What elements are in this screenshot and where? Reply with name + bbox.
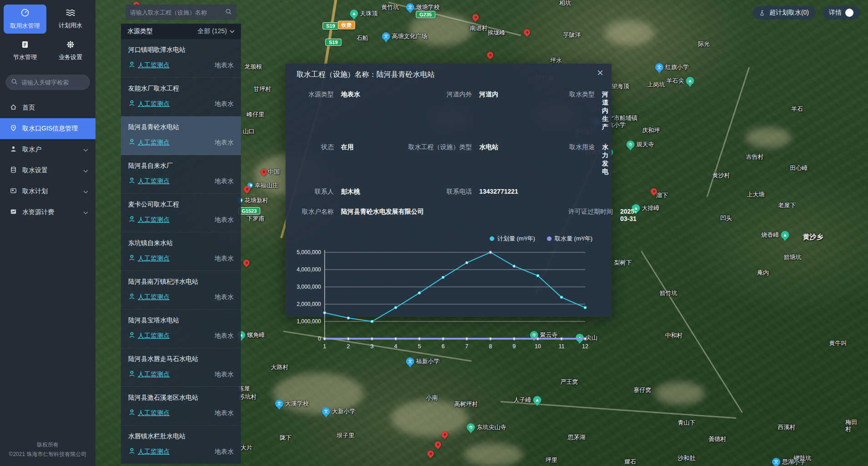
station-list-item[interactable]: 友能水厂取水工程 人工监测点 地表水 bbox=[121, 78, 241, 116]
monitor-type-link[interactable]: 人工监测点 bbox=[128, 293, 170, 301]
map-label-text: 黄沙村 bbox=[712, 172, 730, 179]
map-label-text: 中国 bbox=[268, 169, 280, 175]
station-list-item[interactable]: 陆河县南万镇杞洋水电站 人工监测点 地表水 bbox=[121, 271, 241, 310]
station-name: 水唇镇水栏肚水电站 bbox=[128, 432, 234, 441]
detail-field: 河道内外 河道内 bbox=[404, 90, 545, 131]
svg-text:11: 11 bbox=[558, 343, 564, 350]
station-name: 麦卡公司取水工程 bbox=[128, 200, 234, 209]
station-list-item[interactable]: 麦卡公司取水工程 人工监测点 地表水 bbox=[121, 194, 241, 232]
map-label-text: 挨垅峰 bbox=[488, 30, 506, 36]
sidebar-search[interactable] bbox=[5, 75, 90, 90]
map-label: 烧香嶂▲ bbox=[762, 231, 789, 239]
sidebar-item[interactable]: 取水设置 bbox=[0, 160, 95, 181]
monitor-type-link[interactable]: 人工监测点 bbox=[128, 215, 170, 224]
map-label-text: 田心嶂 bbox=[790, 165, 808, 172]
field-value: 河道内生产 bbox=[602, 90, 608, 131]
map-label: 石船 bbox=[356, 35, 368, 42]
station-list-item[interactable]: 陆河县激石溪老区水电站 人工监测点 地表水 bbox=[121, 387, 241, 426]
svg-text:4,000,000: 4,000,000 bbox=[297, 266, 321, 273]
map-label: 严王窝 bbox=[561, 379, 578, 386]
filter-dropdown[interactable]: 全部 (125) bbox=[197, 27, 235, 35]
map-label: 黄沙乡 bbox=[803, 233, 823, 241]
map-label-text: 大排嶂 bbox=[642, 205, 660, 212]
map-label-text: 中和村 bbox=[665, 332, 683, 339]
monitor-type-link[interactable]: 人工监测点 bbox=[128, 447, 170, 456]
toggle-knob[interactable] bbox=[845, 9, 853, 17]
monitor-type-link[interactable]: 人工监测点 bbox=[128, 370, 170, 379]
monitor-type-link[interactable]: 人工监测点 bbox=[128, 100, 170, 108]
line-chart: 01,000,0002,000,0003,000,0004,000,0005,0… bbox=[292, 245, 601, 362]
monitor-type-link[interactable]: 人工监测点 bbox=[128, 331, 170, 340]
person-icon bbox=[128, 100, 135, 108]
map-label-text: 望海顶 bbox=[612, 83, 629, 90]
station-list-item[interactable]: 陆河县自来水厂 人工监测点 地表水 bbox=[121, 155, 241, 194]
water-source-type: 地表水 bbox=[215, 61, 234, 70]
map-label: 芋陂洋 bbox=[563, 32, 581, 39]
station-list-item[interactable]: 陆河县青砼水电站 人工监测点 地表水 bbox=[121, 116, 241, 155]
module-4[interactable]: 业务设置 bbox=[49, 36, 92, 65]
svg-text:4: 4 bbox=[394, 343, 397, 350]
monitor-type-link[interactable]: 人工监测点 bbox=[128, 409, 170, 417]
monitor-type-link[interactable]: 人工监测点 bbox=[128, 61, 170, 70]
school-icon: 文 bbox=[322, 407, 330, 416]
road-badge: G1523 bbox=[238, 207, 260, 215]
map-label-text: 严王窝 bbox=[561, 379, 578, 386]
svg-text:6: 6 bbox=[442, 343, 445, 350]
sidebar-nav: 首页 取水口GIS信息管理 取水户 取水设置 取水计划 水资源计费 bbox=[0, 97, 95, 223]
monitor-type-link[interactable]: 人工监测点 bbox=[128, 254, 170, 263]
search-icon[interactable] bbox=[225, 8, 232, 17]
legend-item[interactable]: 取水量 (m³/年) bbox=[547, 235, 592, 243]
legend-item[interactable]: 计划量 (m³/年) bbox=[490, 235, 535, 243]
module-3[interactable]: 节水管理 bbox=[4, 36, 46, 65]
station-search[interactable] bbox=[125, 5, 236, 20]
map-label: ▲天珠顶 bbox=[350, 10, 378, 18]
module-label: 节水管理 bbox=[13, 53, 37, 61]
map-label-text: 羊石尖 bbox=[667, 78, 684, 85]
over-plan-label: 超计划取水(0) bbox=[769, 9, 809, 17]
map-label-text: 大路村 bbox=[271, 364, 289, 371]
map-label-text: 南进村 bbox=[470, 25, 488, 32]
nav-label: 取水户 bbox=[22, 145, 41, 154]
school-icon: 文 bbox=[772, 458, 780, 466]
over-plan-button[interactable]: 超计划取水(0) bbox=[753, 6, 815, 20]
map-label: 吉告村 bbox=[746, 154, 764, 160]
person-icon bbox=[128, 409, 135, 417]
map-label: 寺东坑尖山寺 bbox=[467, 423, 507, 431]
sidebar-item[interactable]: 首页 bbox=[0, 97, 95, 118]
station-search-input[interactable] bbox=[130, 9, 221, 16]
station-name: 河口镇唱歌潭水电站 bbox=[128, 46, 234, 54]
station-list-item[interactable]: 河口镇唱歌潭水电站 人工监测点 地表水 bbox=[121, 39, 241, 78]
map-label-text: 际光 bbox=[698, 41, 710, 48]
station-list-item[interactable]: 东坑镇自来水站 人工监测点 地表水 bbox=[121, 232, 241, 271]
sidebar-item[interactable]: 取水计划 bbox=[0, 181, 95, 202]
map-label: ▲螺角嶂 bbox=[237, 331, 265, 339]
monitor-type-link[interactable]: 人工监测点 bbox=[128, 138, 170, 147]
module-2[interactable]: 计划用水 bbox=[49, 5, 92, 34]
map-label-text: 天珠顶 bbox=[360, 10, 378, 17]
water-source-type: 地表水 bbox=[215, 100, 234, 108]
station-list-item[interactable]: 陆河县宝塔水电站 人工监测点 地表水 bbox=[121, 310, 241, 348]
source-type-filter: 水源类型 全部 (125) bbox=[121, 24, 241, 39]
module-1[interactable]: 取用水管理 bbox=[4, 5, 46, 34]
station-list-item[interactable]: 陆河县水唇走马石水电站 人工监测点 地表水 bbox=[121, 348, 241, 387]
station-panel: 水源类型 全部 (125) 河口镇唱歌潭水电站 人工监测点 地表水 友能水厂取水… bbox=[121, 0, 241, 466]
map-label: 坪里 bbox=[546, 457, 557, 464]
nav-label: 取水计划 bbox=[22, 187, 48, 195]
map-label-text: 墩塘学校 bbox=[416, 4, 440, 11]
sidebar-search-input[interactable] bbox=[21, 79, 85, 86]
sidebar-item[interactable]: 取水户 bbox=[0, 139, 95, 160]
station-list-item[interactable]: 水唇镇水栏肚水电站 人工监测点 地表水 bbox=[121, 426, 241, 464]
field-value: 水电站 bbox=[479, 143, 498, 151]
temple-icon: 寺 bbox=[627, 140, 635, 149]
sidebar-item[interactable]: 水资源计费 bbox=[0, 202, 95, 223]
nav-label: 取水口GIS信息管理 bbox=[22, 125, 78, 133]
waves-icon bbox=[65, 9, 75, 18]
module-label: 业务设置 bbox=[59, 53, 82, 61]
mountain-icon: ▲ bbox=[686, 77, 694, 85]
map-label: 上大塘 bbox=[747, 191, 765, 198]
sidebar-item[interactable]: 取水口GIS信息管理 bbox=[0, 118, 95, 139]
map-label: 花塘新村 bbox=[237, 197, 268, 204]
detail-toggle[interactable]: 详情 bbox=[823, 6, 860, 20]
monitor-type-link[interactable]: 人工监测点 bbox=[128, 177, 170, 185]
close-icon[interactable]: × bbox=[597, 67, 603, 78]
